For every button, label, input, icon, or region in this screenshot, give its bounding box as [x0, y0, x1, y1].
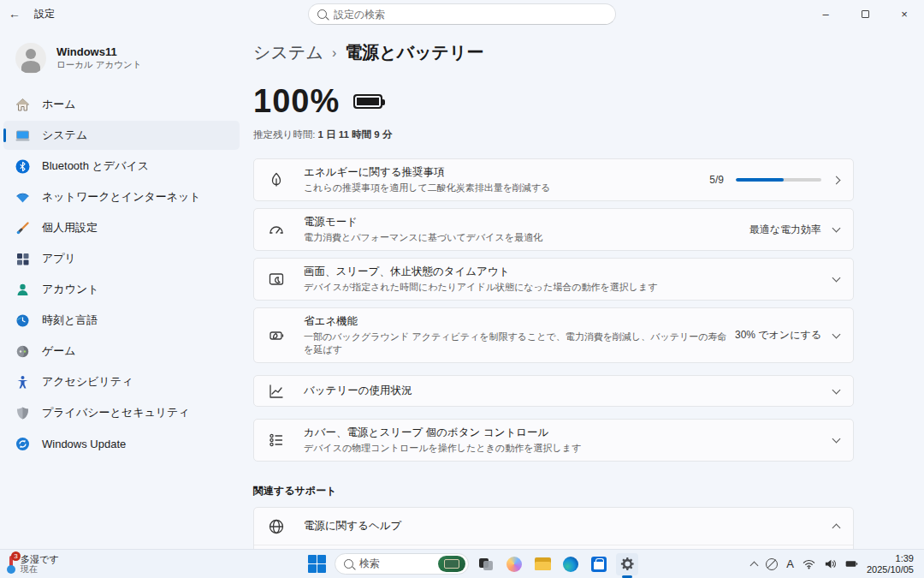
ime-mode-indicator[interactable]: A [786, 557, 794, 570]
sidebar-item-label: プライバシーとセキュリティ [42, 405, 190, 420]
sidebar-item-personalization[interactable]: 個人用設定 [3, 213, 240, 242]
taskbar: 3 多湿です 現在 検索 A 1:39 2025/10/05 [0, 549, 924, 578]
energy-saver-value: 30% でオンにする [735, 328, 821, 343]
wifi-icon [15, 190, 30, 205]
task-view-button[interactable] [475, 553, 497, 575]
taskbar-search[interactable]: 検索 [335, 553, 469, 575]
edge-button[interactable] [560, 553, 582, 575]
hidden-icons-chevron[interactable] [750, 562, 759, 570]
settings-search-box[interactable] [308, 3, 616, 25]
sidebar-item-bluetooth-devices[interactable]: Bluetooth とデバイス [3, 152, 240, 181]
sidebar-item-system[interactable]: システム [3, 121, 240, 150]
brush-icon [15, 221, 30, 235]
sidebar-item-home[interactable]: ホーム [3, 90, 240, 119]
power-help-row[interactable]: 電源に関するヘルプ [254, 508, 853, 545]
sidebar-item-windows-update[interactable]: Windows Update [3, 429, 240, 458]
sidebar-item-time-language[interactable]: 時刻と言語 [3, 306, 240, 335]
notification-badge: 3 [11, 551, 21, 561]
copilot-button[interactable] [503, 553, 525, 575]
sidebar-item-accounts[interactable]: アカウント [3, 275, 240, 304]
button-controls-icon [268, 432, 285, 449]
shield-icon [15, 406, 30, 420]
power-mode-value: 最適な電力効率 [749, 223, 821, 237]
search-icon [344, 559, 353, 569]
store-icon [591, 557, 607, 572]
battery-status: 100% [253, 83, 924, 120]
screen-sleep-icon [268, 271, 285, 288]
file-explorer-button[interactable] [531, 553, 554, 575]
card-title: 省エネ機能 [304, 314, 735, 329]
leaf-icon [268, 171, 285, 188]
card-title: 電源モード [304, 215, 749, 229]
card-energy-saver[interactable]: 省エネ機能 一部のバックグラウンド アクティビティを制限することで、電力消費を削… [253, 307, 854, 363]
gauge-icon [268, 221, 285, 238]
windows-logo-icon [308, 555, 327, 574]
card-power-mode[interactable]: 電源モード 電力消費とパフォーマンスに基づいてデバイスを最適化 最適な電力効率 [253, 208, 854, 251]
card-subtitle: これらの推奨事項を適用して二酸化炭素排出量を削減する [304, 182, 709, 194]
sidebar-item-label: アプリ [42, 251, 76, 266]
person-icon [15, 283, 30, 297]
settings-app-button[interactable] [616, 553, 638, 575]
estimate-label: 推定残り時間: [253, 129, 315, 140]
search-icon [317, 9, 327, 19]
gamepad-icon [15, 344, 30, 359]
clock-date: 2025/10/05 [867, 564, 914, 575]
chevron-down-icon [832, 274, 841, 283]
back-button[interactable]: ← [0, 7, 29, 21]
titlebar: ← 設定 – × [0, 0, 924, 27]
home-icon [15, 98, 30, 112]
page-title: 電源とバッテリー [345, 41, 483, 64]
sidebar-item-accessibility[interactable]: アクセシビリティ [3, 367, 240, 396]
sidebar-item-label: 個人用設定 [42, 220, 98, 235]
taskbar-search-placeholder: 検索 [359, 557, 432, 571]
start-button[interactable] [306, 553, 329, 575]
sidebar: Windows11 ローカル アカウント ホーム システム Bluetooth … [0, 27, 248, 549]
weather-condition: 多湿です [21, 554, 59, 564]
settings-search-input[interactable] [334, 9, 607, 21]
sidebar-item-label: ネットワークとインターネット [42, 189, 201, 205]
card-screen-sleep-timeouts[interactable]: 画面、スリープ、休止状態のタイムアウト デバイスが指定された時間にわたりアイドル… [253, 258, 854, 301]
battery-tray-icon[interactable] [845, 557, 858, 570]
sidebar-item-label: 時刻と言語 [42, 313, 98, 328]
volume-icon[interactable] [824, 557, 837, 570]
minimize-button[interactable]: – [806, 0, 845, 27]
card-title: エネルギーに関する推奨事項 [304, 165, 709, 180]
battery-percent: 100% [253, 83, 340, 120]
sidebar-item-network-internet[interactable]: ネットワークとインターネット [3, 182, 240, 212]
sidebar-item-label: ホーム [42, 97, 76, 112]
breadcrumb-parent[interactable]: システム [253, 41, 323, 64]
account-name: Windows11 [56, 45, 141, 58]
sidebar-item-label: アカウント [42, 282, 99, 297]
settings-cards: エネルギーに関する推奨事項 これらの推奨事項を適用して二酸化炭素排出量を削減する… [253, 158, 854, 468]
sidebar-item-gaming[interactable]: ゲーム [3, 337, 240, 366]
chevron-down-icon [832, 435, 841, 444]
breadcrumb-separator-icon: › [332, 45, 336, 61]
sidebar-item-label: ゲーム [42, 343, 76, 359]
account-header[interactable]: Windows11 ローカル アカウント [3, 34, 240, 89]
sidebar-item-label: アクセシビリティ [42, 374, 133, 390]
main-content: システム › 電源とバッテリー 100% 推定残り時間:1 日 11 時間 9 … [248, 27, 924, 549]
system-tray: A 1:39 2025/10/05 [751, 553, 919, 575]
weather-widget[interactable]: 3 多湿です 現在 [0, 554, 128, 574]
wifi-tray-icon[interactable] [803, 557, 815, 570]
sidebar-item-label: Windows Update [42, 438, 126, 450]
accessibility-icon [15, 375, 30, 390]
task-view-icon [479, 558, 493, 570]
card-lid-power-buttons[interactable]: カバー、電源とスリープ 個のボタン コントロール デバイスの物理コントロールを操… [253, 419, 854, 462]
weather-icon: 3 [7, 555, 15, 574]
sidebar-item-privacy-security[interactable]: プライバシーとセキュリティ [3, 398, 240, 427]
edge-icon [563, 557, 578, 572]
card-subtitle: 電力消費とパフォーマンスに基づいてデバイスを最適化 [304, 231, 749, 244]
related-support-heading: 関連するサポート [253, 484, 924, 498]
store-button[interactable] [588, 553, 610, 575]
onedrive-paused-icon[interactable] [766, 558, 778, 570]
taskbar-clock[interactable]: 1:39 2025/10/05 [867, 553, 919, 575]
sidebar-item-apps[interactable]: アプリ [3, 244, 240, 273]
restore-button[interactable] [845, 0, 885, 27]
close-button[interactable]: × [885, 0, 924, 27]
bluetooth-icon [15, 159, 30, 174]
card-battery-usage[interactable]: バッテリーの使用状況 [253, 375, 854, 407]
card-title: カバー、電源とスリープ 個のボタン コントロール [304, 426, 833, 440]
clock-globe-icon [15, 313, 30, 328]
card-energy-recommendations[interactable]: エネルギーに関する推奨事項 これらの推奨事項を適用して二酸化炭素排出量を削減する… [253, 158, 854, 201]
